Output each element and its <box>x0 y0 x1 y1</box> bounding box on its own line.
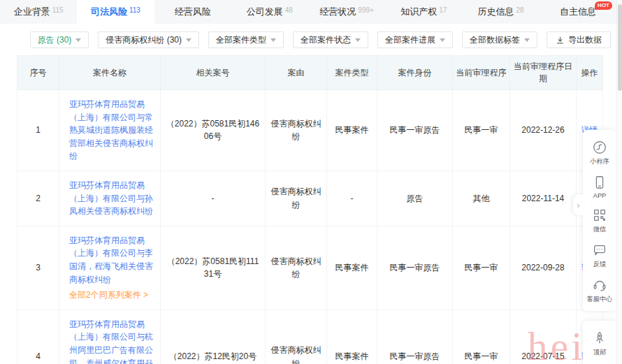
filter-label: 全部案件进展 <box>385 34 435 46</box>
toolbar-item-小程序[interactable]: 小程序 <box>583 136 616 170</box>
column-header: 操作 <box>577 56 603 90</box>
filter-plaintiff[interactable]: 原告 (30) <box>30 31 89 48</box>
toolbar-item-label: 反馈 <box>593 260 606 269</box>
identity-text: 民事一审原告 <box>390 263 440 272</box>
filter-label: 全部案件状态 <box>301 34 351 46</box>
column-header: 案件身份 <box>377 56 453 90</box>
table-row: 3 亚玛芬体育用品贸易（上海）有限公司与李国清，程海飞相关侵害商标权纠纷 全部2… <box>17 226 603 310</box>
feedback-icon <box>592 242 607 258</box>
cell-procedure: 民事一审 <box>453 226 510 310</box>
toolbar-item-反馈[interactable]: 反馈 <box>583 238 616 273</box>
filter-data-tag[interactable]: 全部数据标签 <box>462 31 537 48</box>
toolbar-item-客服中心[interactable]: 客服中心 <box>583 273 616 308</box>
cell-date: 2022-09-28 <box>510 226 577 310</box>
hot-badge: HOT <box>595 1 612 10</box>
export-data-button[interactable]: 导出数据 <box>547 31 611 48</box>
filter-label: 侵害商标权纠纷 (30) <box>106 34 182 46</box>
column-header: 案由 <box>266 56 327 90</box>
column-header: 序号 <box>17 56 59 90</box>
cell-cause: 侵害商标权纠纷 <box>266 170 327 226</box>
filter-case-status[interactable]: 全部案件状态 <box>293 31 368 48</box>
tab-company-background[interactable]: 企业背景 115 <box>0 0 77 24</box>
cell-case-type: 民事案件 <box>327 90 377 171</box>
cell-case-name: 亚玛芬体育用品贸易（上海）有限公司与李国清，程海飞相关侵害商标权纠纷 全部2个同… <box>59 226 161 310</box>
tab-judicial-risk[interactable]: 司法风险 113 <box>77 0 154 24</box>
tab-count: 113 <box>129 6 140 14</box>
filter-case-type[interactable]: 全部案件类型 <box>208 31 284 48</box>
chevron-down-icon <box>440 38 445 42</box>
tab-label: 公司发展 <box>247 6 283 18</box>
case-table: 序号案件名称相关案号案由案件类型案件身份当前审理程序当前审理程序日期操作 1 亚… <box>17 55 603 364</box>
filter-cause[interactable]: 侵害商标权纠纷 (30) <box>98 31 199 48</box>
phone-icon <box>592 175 607 190</box>
identity-text: 民事一审原告 <box>390 125 440 135</box>
cell-case-type: 民事案件 <box>327 226 377 310</box>
filter-label: 全部案件类型 <box>216 34 266 46</box>
service-icon <box>592 277 607 293</box>
case-table-body: 1 亚玛芬体育用品贸易（上海）有限公司与常熟莫城街道陈枫服装经营部相关侵害商标权… <box>17 90 603 364</box>
tab-intellectual-property[interactable]: 知识产权 17 <box>385 0 462 24</box>
floating-toolbar: 小程序APP微信反馈客服中心 顶部 › <box>583 130 616 364</box>
legal-risk-page: 企业背景 115 司法风险 113 经营风险 公司发展 48 经营状况 999+… <box>0 0 622 364</box>
toolbar-top-card: 顶部 <box>583 321 616 364</box>
identity-text: 民事一审原告 <box>390 351 440 361</box>
tab-label: 司法风险 <box>91 6 127 18</box>
case-name-link[interactable]: 亚玛芬体育用品贸易（上海）有限公司与孙凤相关侵害商标权纠纷 <box>69 180 153 216</box>
download-icon <box>556 36 565 45</box>
collapse-toolbar-handle[interactable]: › <box>573 194 584 215</box>
cell-cause: 侵害商标权纠纷 <box>266 310 327 364</box>
tab-operating-status[interactable]: 经营状况 999+ <box>308 0 385 24</box>
cell-date: 2022-11-14 <box>510 170 577 226</box>
tab-operating-risk[interactable]: 经营风险 <box>154 0 231 24</box>
tab-self-info[interactable]: 自主信息 HOT <box>540 0 616 24</box>
section-tab-bar: 企业背景 115 司法风险 113 经营风险 公司发展 48 经营状况 999+… <box>0 0 622 24</box>
identity-text: 原告 <box>407 194 424 203</box>
cell-identity: 民事一审原告 <box>377 310 453 364</box>
tab-count: 28 <box>516 6 524 14</box>
table-row: 2 亚玛芬体育用品贸易（上海）有限公司与孙凤相关侵害商标权纠纷 - 侵害商标权纠… <box>17 170 603 226</box>
chevron-down-icon <box>270 38 276 42</box>
case-name-link[interactable]: 亚玛芬体育用品贸易（上海）有限公司与常熟莫城街道陈枫服装经营部相关侵害商标权纠纷 <box>69 99 153 161</box>
cell-case-number: （2022）苏0581民初14606号 <box>161 90 266 171</box>
cell-case-number: （2022）苏12民初20号 <box>161 310 266 364</box>
tab-label: 经营风险 <box>175 6 211 18</box>
cell-case-name: 亚玛芬体育用品贸易（上海）有限公司与杭州阿里巴巴广告有限公司，泰州威尔体育用品有… <box>59 310 161 364</box>
tab-company-development[interactable]: 公司发展 48 <box>231 0 308 24</box>
cell-case-name: 亚玛芬体育用品贸易（上海）有限公司与孙凤相关侵害商标权纠纷 <box>59 170 161 226</box>
table-header-row: 序号案件名称相关案号案由案件类型案件身份当前审理程序当前审理程序日期操作 <box>17 56 603 90</box>
tab-label: 经营状况 <box>319 6 356 18</box>
filter-label: 原告 (30) <box>38 34 72 46</box>
scrollbar-thumb[interactable] <box>618 4 622 91</box>
table-row: 1 亚玛芬体育用品贸易（上海）有限公司与常熟莫城街道陈枫服装经营部相关侵害商标权… <box>17 90 603 171</box>
toolbar-item-label: APP <box>593 191 606 198</box>
toolbar-item-APP[interactable]: APP <box>583 170 616 203</box>
qrcode-icon <box>592 208 607 223</box>
tab-count: 17 <box>439 6 447 14</box>
toolbar-item-顶部[interactable]: 顶部 <box>583 326 616 361</box>
table-row: 4 亚玛芬体育用品贸易（上海）有限公司与杭州阿里巴巴广告有限公司，泰州威尔体育用… <box>17 310 603 364</box>
toolbar-item-微信[interactable]: 微信 <box>583 203 616 238</box>
column-header: 当前审理程序日期 <box>510 56 577 90</box>
tab-count: 115 <box>52 6 64 14</box>
cell-procedure: 民事一审 <box>453 310 510 364</box>
chevron-down-icon <box>75 38 81 42</box>
cell-index: 1 <box>17 90 59 171</box>
cell-case-type: - <box>327 170 377 226</box>
cell-date: 2022-12-26 <box>510 90 577 171</box>
rocket-icon <box>592 330 607 346</box>
cell-case-type: 民事案件 <box>327 310 377 364</box>
cell-date: 2022-07-15 <box>510 310 577 364</box>
case-name-link[interactable]: 亚玛芬体育用品贸易（上海）有限公司与李国清，程海飞相关侵害商标权纠纷 <box>69 235 153 284</box>
filter-label: 全部数据标签 <box>470 34 520 46</box>
series-cases-link[interactable]: 全部2个同系列案件 > <box>69 289 148 302</box>
page-scrollbar <box>616 0 622 364</box>
tab-history-info[interactable]: 历史信息 28 <box>463 0 540 24</box>
case-name-link[interactable]: 亚玛芬体育用品贸易（上海）有限公司与杭州阿里巴巴广告有限公司，泰州威尔体育用品有… <box>69 319 153 364</box>
cell-case-number: （2022）苏0581民初11131号 <box>161 226 266 310</box>
toolbar-item-label: 客服中心 <box>587 295 613 304</box>
filter-case-progress[interactable]: 全部案件进展 <box>377 31 453 48</box>
chevron-down-icon <box>186 38 191 42</box>
tab-label: 知识产权 <box>400 6 437 18</box>
toolbar-item-label: 顶部 <box>593 348 606 357</box>
cell-procedure: 民事一审 <box>453 90 510 171</box>
